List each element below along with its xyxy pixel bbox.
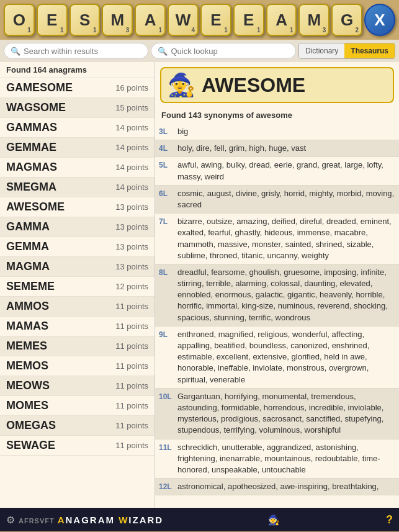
level-badge: 9L (159, 329, 177, 340)
gear-icon[interactable]: ⚙ (6, 514, 15, 526)
anagram-points: 11 points (115, 381, 148, 390)
tile-M2[interactable]: M 3 (298, 4, 330, 36)
anagram-word: MEOWS (6, 379, 50, 392)
anagram-points: 13 points (115, 202, 148, 212)
anagram-points: 11 points (115, 322, 148, 331)
anagram-item[interactable]: GAMESOME16 points (0, 78, 155, 98)
level-badge: 10L (159, 391, 177, 402)
wizard-bottom-icon: 🧙 (267, 514, 280, 526)
synonym-row: 6Lcosmic, august, divine, grisly, horrid… (155, 186, 399, 214)
anagram-item[interactable]: GAMMAS14 points (0, 118, 155, 138)
search-icon-2: 🔍 (158, 47, 168, 56)
anagram-item[interactable]: MEMES11 points (0, 336, 155, 356)
dictionary-button[interactable]: Dictionary (299, 43, 344, 58)
search-within-input[interactable] (24, 47, 141, 56)
tile-A2[interactable]: A 1 (266, 4, 297, 36)
anagram-item[interactable]: AWESOME13 points (0, 197, 155, 217)
anagram-points: 11 points (115, 302, 148, 311)
anagram-item[interactable]: GAMMA13 points (0, 217, 155, 237)
anagram-points: 15 points (115, 103, 148, 112)
quick-lookup-input[interactable] (171, 47, 289, 56)
tile-O[interactable]: O 1 (4, 4, 35, 36)
brand-text: AFRSVFT ANAGRAM WIZARD (19, 515, 163, 525)
anagram-word: MAGMA (6, 260, 50, 273)
tile-G[interactable]: G 2 (331, 4, 362, 36)
synonym-words: schrecklich, unutterable, aggrandized, a… (177, 442, 395, 476)
anagram-points: 11 points (115, 421, 148, 430)
tile-row: O 1 E 1 S 1 M 3 A 1 W 4 E 1 E 1 A 1 M 3 … (0, 0, 399, 40)
tile-M[interactable]: M 3 (102, 4, 133, 36)
level-badge: 8L (159, 267, 177, 278)
word-title: AWESOME (202, 74, 305, 97)
tile-E2[interactable]: E 1 (200, 4, 231, 36)
tile-S[interactable]: S 1 (69, 4, 101, 36)
synonym-words: astronomical, apotheosized, awe-inspirin… (177, 481, 395, 492)
anagram-item[interactable]: MAGMA13 points (0, 257, 155, 277)
anagram-word: MEMOS (6, 359, 48, 372)
synonym-words: enthroned, magnified, religious, wonderf… (177, 329, 395, 385)
anagram-word: GEMMAE (6, 141, 56, 154)
anagram-points: 14 points (115, 123, 148, 132)
anagram-points: 11 points (115, 401, 148, 410)
word-header: 🧙 AWESOME (160, 67, 394, 103)
anagram-word: MAMAS (6, 320, 48, 333)
main-content: Found 164 anagrams GAMESOME16 pointsWAGS… (0, 62, 399, 508)
anagram-word: MAGMAS (6, 161, 57, 174)
anagram-word: GAMMA (6, 220, 50, 233)
anagram-word: SMEGMA (6, 181, 56, 194)
anagram-item[interactable]: MAMAS11 points (0, 317, 155, 336)
synonym-row: 11Lschrecklich, unutterable, aggrandized… (155, 440, 399, 479)
anagram-word: SEMEME (6, 280, 55, 293)
level-badge: 3L (159, 126, 177, 137)
anagram-item[interactable]: GEMMAE14 points (0, 138, 155, 158)
thesaurus-button[interactable]: Thesaurus (344, 43, 395, 58)
bottom-bar: ⚙ AFRSVFT ANAGRAM WIZARD 🧙 ? (0, 508, 399, 531)
anagram-points: 14 points (115, 143, 148, 152)
anagram-item[interactable]: MEMOS11 points (0, 356, 155, 376)
search-icon: 🔍 (11, 47, 20, 56)
tile-A[interactable]: A 1 (135, 4, 166, 36)
anagram-item[interactable]: WAGSOME15 points (0, 98, 155, 118)
anagram-word: GAMMAS (6, 121, 57, 134)
brand-name: A (58, 515, 66, 525)
anagram-word: GEMMA (6, 240, 49, 253)
anagram-word: MEMES (6, 340, 47, 353)
wizard-icon: 🧙 (168, 72, 195, 98)
anagram-item[interactable]: SMEGMA14 points (0, 178, 155, 197)
anagram-word: OMEGAS (6, 419, 56, 432)
anagram-item[interactable]: OMEGAS11 points (0, 416, 155, 436)
search-row: 🔍 🔍 Dictionary Thesaurus (0, 40, 399, 62)
anagram-points: 14 points (115, 163, 148, 172)
anagram-item[interactable]: AMMOS11 points (0, 297, 155, 317)
anagram-item[interactable]: GEMMA13 points (0, 237, 155, 257)
anagram-item[interactable]: MOMES11 points (0, 396, 155, 416)
level-badge: 12L (159, 481, 177, 492)
anagram-word: MOMES (6, 399, 48, 412)
tile-X[interactable]: X (364, 4, 395, 36)
help-icon[interactable]: ? (386, 513, 393, 526)
synonyms-list[interactable]: 3Lbig4Lholy, dire, fell, grim, high, hug… (155, 124, 399, 508)
synonym-row: 12Lastronomical, apotheosized, awe-inspi… (155, 479, 399, 495)
anagram-item[interactable]: MEOWS11 points (0, 376, 155, 396)
left-panel: Found 164 anagrams GAMESOME16 pointsWAGS… (0, 62, 155, 508)
level-badge: 6L (159, 188, 177, 199)
anagram-item[interactable]: SEWAGE11 points (0, 436, 155, 456)
anagram-item[interactable]: SEMEME12 points (0, 277, 155, 297)
synonyms-count: Found 143 synonyms of awesome (155, 108, 399, 124)
synonym-words: dreadful, fearsome, ghoulish, gruesome, … (177, 267, 395, 323)
tile-E3[interactable]: E 1 (233, 4, 264, 36)
synonym-words: holy, dire, fell, grim, high, huge, vast (177, 143, 395, 154)
tile-E[interactable]: E 1 (37, 4, 68, 36)
tile-W[interactable]: W 4 (168, 4, 199, 36)
anagram-points: 13 points (115, 262, 148, 271)
synonym-words: cosmic, august, divine, grisly, horrid, … (177, 188, 395, 210)
level-badge: 5L (159, 160, 177, 171)
anagram-points: 11 points (115, 361, 148, 371)
quick-lookup-box[interactable]: 🔍 (151, 43, 295, 59)
anagram-list[interactable]: GAMESOME16 pointsWAGSOME15 pointsGAMMAS1… (0, 78, 155, 508)
search-within-box[interactable]: 🔍 (4, 43, 148, 59)
synonym-row: 5Lawful, awing, bulky, dread, eerie, gra… (155, 157, 399, 185)
anagram-item[interactable]: MAGMAS14 points (0, 158, 155, 178)
anagram-word: AWESOME (6, 201, 65, 214)
anagram-points: 13 points (115, 222, 148, 232)
